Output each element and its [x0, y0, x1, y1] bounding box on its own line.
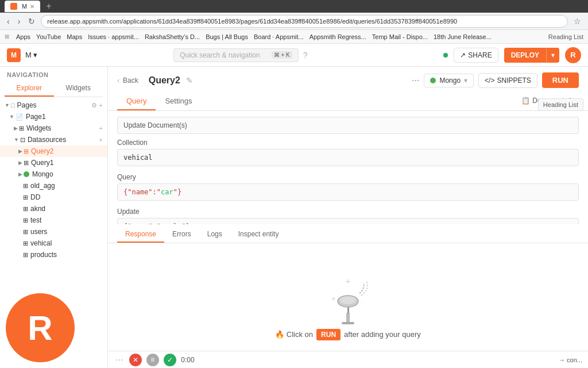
query1-label: Query1 — [31, 159, 53, 167]
share-label: SHARE — [468, 51, 492, 59]
bottom-close-button[interactable]: ✕ — [129, 354, 142, 366]
deploy-button-group: DEPLOY ▾ — [504, 48, 559, 63]
sidebar-item-mongo[interactable]: ▶ Mongo — [0, 168, 107, 180]
bookmark-star[interactable]: ☆ — [571, 16, 583, 27]
content-area: ‹ Back Query2 ✎ ··· Mongo ▾ </> SNIPPETS… — [108, 67, 588, 368]
run-button[interactable]: RUN — [542, 72, 579, 88]
aknd-label: aknd — [30, 205, 45, 213]
datasource-selector[interactable]: Mongo ▾ — [424, 74, 474, 87]
sidebar-item-query1[interactable]: ▶ ⊞ Query1 — [0, 157, 107, 168]
app-name-label[interactable]: M ▾ — [25, 51, 37, 59]
tab-widgets[interactable]: Widgets — [54, 80, 103, 97]
bottom-more-icon[interactable]: ··· — [114, 353, 125, 367]
widgets-add-icon[interactable]: + — [99, 125, 103, 132]
bottom-pause-button[interactable]: ⏸ — [146, 354, 159, 366]
back-section: ‹ Back — [117, 76, 138, 85]
back-button[interactable]: Back — [123, 76, 138, 85]
sidebar-item-page1[interactable]: ▼ 📄 Page1 — [0, 111, 107, 122]
reading-list-label[interactable]: Reading List — [548, 33, 583, 40]
collection-label: Collection — [117, 139, 579, 147]
response-tab-errors[interactable]: Errors — [164, 227, 199, 243]
update-input[interactable]: {"name":"cycle"} — [117, 218, 579, 224]
pages-icon: □ — [11, 102, 15, 109]
query-tab-query[interactable]: Query — [117, 93, 156, 110]
datasources-add-icon[interactable]: + — [99, 136, 103, 143]
widgets-chevron-icon: ▶ — [14, 125, 18, 131]
bookmark-18th-june[interactable]: 18th June Release... — [434, 33, 492, 40]
vehical-icon: ⊞ — [23, 240, 28, 247]
bookmark-apps[interactable]: Apps — [16, 33, 30, 40]
browser-chrome: M ✕ + — [0, 0, 588, 13]
users-icon: ⊞ — [23, 228, 28, 236]
user-avatar-large: R — [6, 293, 75, 362]
query-brace-close: "} — [173, 188, 181, 196]
sidebar-item-dd[interactable]: ⊞ DD — [0, 191, 107, 203]
bookmark-raksha[interactable]: RakshaShetty's D... — [145, 33, 200, 40]
query-form: Update Document(s) Collection Query {"na… — [108, 111, 588, 224]
sidebar-item-pages[interactable]: ▼ □ Pages ⚙ + — [0, 99, 107, 111]
query-input[interactable]: {"name":"car"} — [117, 183, 579, 201]
collection-input[interactable] — [117, 149, 579, 166]
products-icon: ⊞ — [23, 251, 28, 259]
snippets-button[interactable]: </> SNIPPETS — [478, 73, 537, 88]
sidebar-item-products[interactable]: ⊞ products — [0, 249, 107, 260]
tab-explorer[interactable]: Explorer — [5, 80, 54, 97]
run-hint-prefix: 🔥 Click on — [275, 330, 313, 339]
pages-add-icon[interactable]: + — [99, 102, 103, 109]
query-colon: ":" — [148, 188, 161, 196]
bookmark-youtube[interactable]: YouTube — [36, 33, 61, 40]
forward-nav-button[interactable]: › — [16, 16, 23, 27]
sidebar-item-users[interactable]: ⊞ users — [0, 226, 107, 237]
doc-icon: 📋 — [521, 97, 530, 105]
sidebar-item-old-agg[interactable]: ⊞ old_agg — [0, 180, 107, 191]
sidebar-nav-header: NAVIGATION — [0, 67, 107, 80]
response-tab-inspect[interactable]: Inspect entity — [230, 227, 287, 243]
back-nav-button[interactable]: ‹ — [5, 16, 12, 27]
bookmarks-bar: ⊞ Apps YouTube Maps Issues · appsmit... … — [0, 30, 588, 44]
bookmark-tempmail[interactable]: Temp Mail - Dispo... — [372, 33, 428, 40]
response-tab-response[interactable]: Response — [117, 227, 164, 243]
bookmark-bugs[interactable]: Bugs | All Bugs — [206, 33, 248, 40]
bookmark-appsmith-regress[interactable]: Appsmith Regress... — [310, 33, 366, 40]
user-avatar[interactable]: R — [565, 47, 581, 63]
sidebar-item-widgets[interactable]: ▶ ⊞ Widgets + — [0, 122, 107, 134]
reload-button[interactable]: ↻ — [26, 16, 37, 27]
bookmark-board[interactable]: Board · Appsmit... — [254, 33, 304, 40]
sidebar-item-query2[interactable]: ▶ ⊞ Query2 — [0, 145, 107, 157]
response-tab-logs[interactable]: Logs — [199, 227, 230, 243]
run-hint-suffix: after adding your query — [344, 330, 421, 339]
more-options-icon[interactable]: ··· — [412, 75, 419, 86]
sidebar-item-datasources[interactable]: ▼ ⊡ Datasources + — [0, 134, 107, 145]
svg-text:+: + — [331, 295, 335, 303]
sidebar-item-test[interactable]: ⊞ test — [0, 214, 107, 226]
active-tab[interactable]: M ✕ — [5, 1, 40, 12]
deploy-button[interactable]: DEPLOY — [504, 48, 546, 63]
quick-search-box[interactable]: Quick search & navigation ⌘ + K — [173, 48, 298, 62]
new-tab-button[interactable]: + — [46, 1, 51, 12]
bottom-cursor-label: → con... — [559, 356, 582, 363]
operation-display: Update Document(s) — [117, 117, 579, 134]
bottom-bar: ··· ✕ ⏸ ✓ 0:00 → con... — [108, 351, 588, 368]
products-label: products — [30, 251, 57, 259]
edit-icon[interactable]: ✎ — [186, 76, 193, 85]
back-arrow-icon: ‹ — [117, 76, 119, 85]
sidebar-item-aknd[interactable]: ⊞ aknd — [0, 203, 107, 214]
run-hint-button[interactable]: RUN — [316, 329, 341, 340]
sidebar-item-vehical[interactable]: ⊞ vehical — [0, 237, 107, 249]
bookmark-issues[interactable]: Issues · appsmit... — [88, 33, 139, 40]
tab-close-icon[interactable]: ✕ — [30, 3, 34, 10]
deploy-dropdown-button[interactable]: ▾ — [546, 48, 559, 63]
bookmark-maps[interactable]: Maps — [67, 33, 82, 40]
pages-settings-icon[interactable]: ⚙ — [91, 102, 97, 109]
bottom-check-button[interactable]: ✓ — [164, 354, 176, 366]
share-button[interactable]: ↗ SHARE — [454, 48, 498, 63]
datasource-status-icon — [430, 78, 436, 83]
quick-search-label: Quick search & navigation — [180, 51, 260, 59]
datasources-label: Datasources — [28, 136, 66, 144]
operation-section: Update Document(s) — [117, 117, 579, 134]
url-input[interactable] — [41, 15, 568, 28]
widgets-actions: + — [99, 125, 103, 132]
update-label: Update — [117, 208, 579, 216]
help-icon[interactable]: ? — [303, 51, 308, 60]
query-tab-settings[interactable]: Settings — [156, 93, 201, 110]
